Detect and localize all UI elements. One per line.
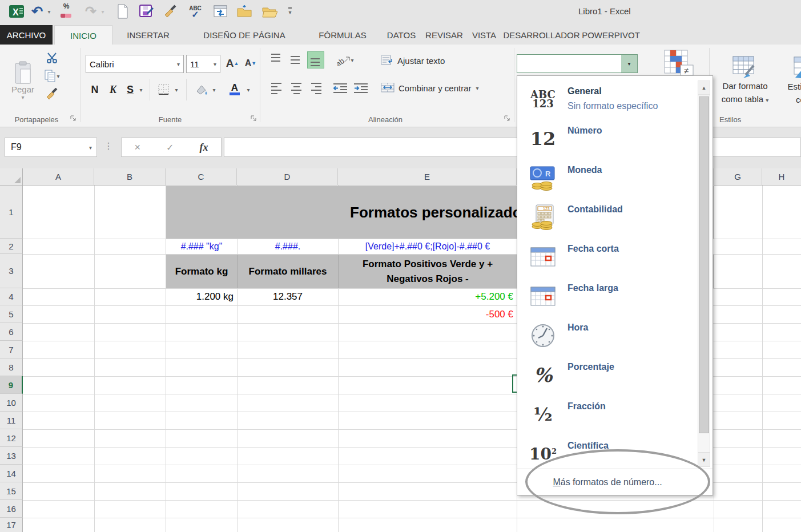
enter-button[interactable]: ✓	[166, 142, 174, 153]
row-header-1[interactable]: 1	[0, 186, 23, 239]
align-middle-button[interactable]	[288, 51, 305, 68]
scrollbar-down-icon[interactable]: ▼	[698, 453, 710, 467]
paste-button[interactable]: Pegar ▾	[5, 49, 41, 112]
row-header-6[interactable]: 6	[0, 323, 23, 341]
column-header-b[interactable]: B	[94, 168, 166, 186]
tab-datos[interactable]: DATOS	[384, 25, 419, 45]
number-format-combobox[interactable]: ▾	[517, 54, 638, 73]
cell-e3[interactable]: Formato Positivos Verde y + Negativos Ro…	[339, 255, 517, 288]
alignment-dialog-launcher[interactable]	[504, 114, 512, 122]
redo-button[interactable]: ↷	[82, 3, 99, 20]
insert-function-button[interactable]: fx	[199, 142, 208, 154]
cell-c4[interactable]: 1.200 kg	[166, 288, 234, 305]
format-painter-button[interactable]	[42, 87, 62, 102]
tab-vista[interactable]: VISTA	[467, 25, 501, 45]
font-dialog-launcher[interactable]	[250, 114, 258, 122]
column-header-e[interactable]: E	[338, 168, 517, 186]
column-header-g[interactable]: G	[714, 168, 762, 186]
column-header-h[interactable]: H	[762, 168, 801, 186]
clipboard-dialog-launcher[interactable]	[70, 114, 78, 122]
dropdown-item-fraccion[interactable]: ½Fracción	[517, 396, 695, 435]
tab-revisar[interactable]: REVISAR	[424, 25, 465, 45]
italic-button[interactable]: K	[105, 81, 121, 98]
row-header-5[interactable]: 5	[0, 305, 23, 323]
qat-customize-icon[interactable]: ▾	[285, 3, 295, 20]
grow-font-button[interactable]: A▲	[224, 55, 241, 72]
cut-button[interactable]	[42, 50, 62, 65]
font-color-button[interactable]: A	[226, 80, 243, 98]
select-all-button[interactable]	[0, 168, 23, 186]
row-header-17[interactable]: 17	[0, 518, 23, 532]
conditional-formatting-button[interactable]: ≠	[662, 49, 697, 78]
percent-eraser-icon[interactable]: %	[58, 3, 74, 20]
row-header-4[interactable]: 4	[0, 288, 23, 305]
tab-archivo[interactable]: ARCHIVO	[0, 25, 53, 45]
increase-indent-button[interactable]	[352, 80, 370, 97]
align-top-button[interactable]	[268, 51, 285, 68]
tab-formulas[interactable]: FÓRMULAS	[308, 25, 377, 45]
row-header-8[interactable]: 8	[0, 358, 23, 376]
switch-windows-icon[interactable]	[211, 3, 230, 20]
row-header-11[interactable]: 11	[0, 412, 23, 429]
formula-input[interactable]	[224, 138, 801, 157]
dropdown-item-fecha-corta[interactable]: Fecha corta	[517, 238, 695, 277]
row-header-7[interactable]: 7	[0, 341, 23, 358]
scrollbar-up-icon[interactable]: ▲	[698, 80, 710, 95]
cell-c3[interactable]: Formato kg	[166, 255, 237, 288]
dropdown-item-general[interactable]: ABC123GeneralSin formato específico	[517, 80, 695, 120]
row-header-15[interactable]: 15	[0, 482, 23, 500]
tab-desarrollador[interactable]: DESARROLLADOR	[506, 25, 577, 45]
row-header-3[interactable]: 3	[0, 254, 23, 288]
dropdown-item-porcentaje[interactable]: %Porcentaje	[517, 356, 695, 396]
borders-dropdown-icon[interactable]: ▾	[172, 82, 180, 97]
formula-bar-resizer[interactable]: ⋮	[104, 140, 113, 151]
borders-button[interactable]	[155, 81, 172, 98]
row-header-9[interactable]: 9	[0, 376, 23, 394]
save-icon[interactable]	[137, 3, 155, 20]
decrease-indent-button[interactable]	[331, 80, 349, 97]
format-painter-icon[interactable]	[162, 3, 179, 20]
column-header-c[interactable]: C	[166, 168, 237, 186]
cell-e4[interactable]: +5.200 €	[339, 288, 513, 305]
dropdown-scrollbar-thumb[interactable]	[699, 96, 709, 433]
cell-styles-button[interactable]: Estilos de celda	[778, 49, 801, 112]
tab-insertar[interactable]: INSERTAR	[121, 25, 175, 45]
font-color-dropdown-icon[interactable]: ▾	[244, 82, 252, 97]
dropdown-item-numero[interactable]: 12Número	[517, 120, 695, 159]
align-right-button[interactable]	[307, 80, 324, 97]
undo-button[interactable]: ↶	[29, 3, 46, 20]
dropdown-item-fecha-larga[interactable]: Fecha larga	[517, 277, 695, 317]
cell-c2[interactable]: #.### "kg"	[166, 239, 237, 254]
fill-color-button[interactable]	[193, 81, 210, 98]
align-center-button[interactable]	[288, 80, 305, 97]
wrap-text-button[interactable]: Ajustar texto	[381, 53, 467, 68]
column-header-d[interactable]: D	[237, 168, 338, 186]
cancel-button[interactable]: ×	[135, 142, 141, 154]
row-header-10[interactable]: 10	[0, 394, 23, 412]
dropdown-item-hora[interactable]: Hora	[517, 317, 695, 356]
underline-dropdown-icon[interactable]: ▾	[137, 82, 145, 97]
tab-powerpivot[interactable]: POWERPIVOT	[582, 25, 639, 45]
shrink-font-button[interactable]: A▼	[242, 55, 259, 72]
cell-e5[interactable]: -500 €	[339, 305, 513, 323]
redo-dropdown-icon[interactable]: ▾	[99, 3, 106, 20]
orientation-button[interactable]: ab ▾	[333, 51, 357, 68]
name-box[interactable]: F9 ▾	[5, 138, 97, 157]
name-box-dropdown-icon[interactable]: ▾	[89, 144, 92, 151]
format-as-table-button[interactable]: Dar formato como tabla ▾	[715, 49, 775, 112]
cell-d4[interactable]: 12.357	[238, 288, 338, 305]
number-format-dropdown-arrow[interactable]: ▾	[621, 55, 637, 72]
new-file-icon[interactable]	[114, 3, 131, 20]
row-header-2[interactable]: 2	[0, 239, 23, 254]
copy-button[interactable]: ▾	[42, 68, 62, 83]
align-bottom-button[interactable]	[307, 51, 324, 68]
undo-dropdown-icon[interactable]: ▾	[46, 3, 53, 20]
font-name-combobox[interactable]: Calibri▾	[86, 55, 184, 73]
bold-button[interactable]: N	[87, 81, 103, 98]
row-header-12[interactable]: 12	[0, 429, 23, 447]
row-header-16[interactable]: 16	[0, 500, 23, 518]
underline-button[interactable]: S	[122, 81, 138, 98]
row-header-14[interactable]: 14	[0, 465, 23, 482]
row-header-13[interactable]: 13	[0, 447, 23, 465]
align-left-button[interactable]	[268, 80, 285, 97]
